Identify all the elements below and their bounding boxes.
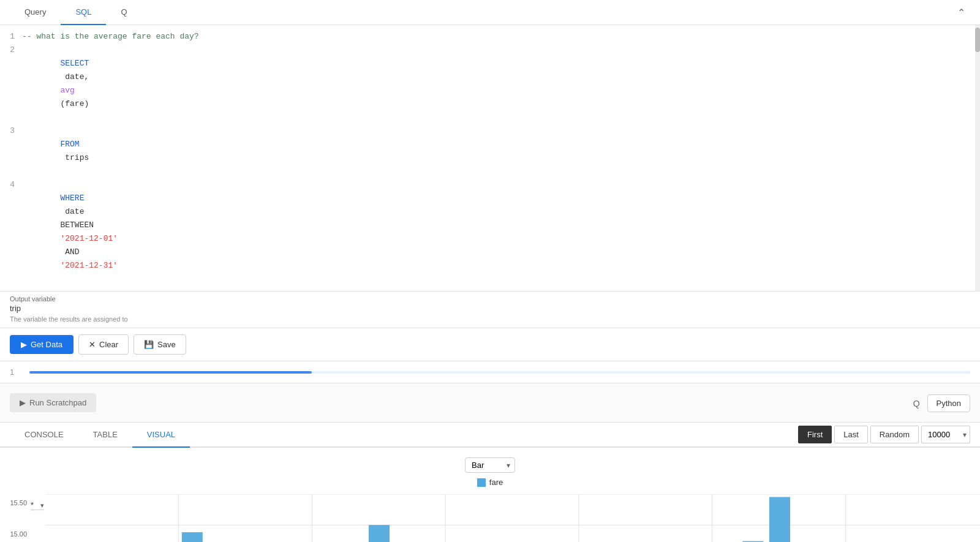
bottom-tab-bar: CONSOLE TABLE VISUAL First Last Random 1… xyxy=(0,423,980,448)
line-num-3: 3 xyxy=(0,124,22,138)
collapse-icon[interactable]: ⌃ xyxy=(952,2,970,23)
sql-line-4: 4 WHERE date BETWEEN '2021-12-01' AND '2… xyxy=(0,178,980,286)
output-var-label: Output variable xyxy=(10,295,970,303)
save-icon: 💾 xyxy=(144,340,154,349)
results-row: 1 xyxy=(0,361,980,383)
kw-str-2: '2021-12-31' xyxy=(60,261,118,270)
python-button[interactable]: Python xyxy=(927,394,970,412)
tab-query[interactable]: Query xyxy=(10,0,61,25)
y-star-select-wrapper: * xyxy=(31,500,44,510)
tab-visual[interactable]: VISUAL xyxy=(132,423,190,448)
chart-container: 15.50 15.00 14.50 14.00 13.50 13.00 * xyxy=(0,494,980,542)
toolbar: ▶ Get Data ✕ Clear 💾 Save xyxy=(0,328,980,361)
kw-where: WHERE xyxy=(60,194,84,203)
chart-area: Bar Line Scatter Pie fare 15.50 15.00 14… xyxy=(0,448,980,542)
sql-line-3: 3 FROM trips xyxy=(0,124,980,178)
line-num-2: 2 xyxy=(0,43,22,57)
play-icon-scratchpad: ▶ xyxy=(20,398,26,407)
pagination-controls: First Last Random 100 1000 10000 100000 xyxy=(798,426,970,443)
output-variable-section: Output variable The variable the results… xyxy=(0,292,980,328)
clear-label: Clear xyxy=(99,340,118,349)
tab-sql[interactable]: SQL xyxy=(61,0,106,25)
tab-table[interactable]: TABLE xyxy=(78,423,132,448)
sql-line-2: 2 SELECT date, avg (fare) xyxy=(0,43,980,124)
y-axis-labels: 15.50 15.00 14.50 14.00 13.50 13.00 xyxy=(0,499,31,542)
last-button[interactable]: Last xyxy=(834,426,868,443)
sql-line-1: 1 -- what is the average fare each day? xyxy=(0,30,980,43)
chart-controls: Bar Line Scatter Pie fare xyxy=(0,457,980,487)
kw-str-1: '2021-12-01' xyxy=(60,234,118,243)
y-star-wrapper: * xyxy=(31,494,44,542)
bar-chart-svg xyxy=(45,494,980,542)
kw-col-where: date xyxy=(60,207,89,216)
y-star-select[interactable]: * xyxy=(31,500,44,510)
play-icon: ▶ xyxy=(21,340,27,349)
run-scratchpad-button[interactable]: ▶ Run Scratchpad xyxy=(10,393,96,412)
kw-select: SELECT xyxy=(60,59,89,68)
kw-paren: (fare) xyxy=(60,99,89,108)
legend-color-swatch xyxy=(477,478,486,487)
kw-func-avg: avg xyxy=(60,86,74,95)
results-bar-fill xyxy=(29,371,312,374)
line-num-1: 1 xyxy=(0,30,22,43)
page-size-select[interactable]: 100 1000 10000 100000 xyxy=(921,426,970,443)
top-tab-bar: Query SQL Q ⌃ xyxy=(0,0,980,25)
bar-2021-12-28[interactable] xyxy=(769,497,790,542)
q-icon[interactable]: Q xyxy=(913,399,920,408)
get-data-label: Get Data xyxy=(31,340,62,349)
line-content-2: SELECT date, avg (fare) xyxy=(22,43,980,124)
kw-and: AND xyxy=(60,247,84,257)
x-icon: ✕ xyxy=(89,340,96,349)
clear-button[interactable]: ✕ Clear xyxy=(78,334,129,355)
kw-from: FROM xyxy=(60,140,79,149)
sql-lines: 1 -- what is the average fare each day? … xyxy=(0,25,980,291)
run-scratchpad-label: Run Scratchpad xyxy=(29,398,86,407)
get-data-button[interactable]: ▶ Get Data xyxy=(10,335,74,354)
kw-between: BETWEEN xyxy=(60,220,98,230)
results-row-num: 1 xyxy=(10,367,24,377)
chart-legend: fare xyxy=(477,478,503,487)
sql-editor[interactable]: 1 -- what is the average fare each day? … xyxy=(0,25,980,292)
kw-col-date: date, xyxy=(60,72,94,81)
bar-2021-12-06[interactable] xyxy=(182,532,203,542)
output-var-input[interactable] xyxy=(10,304,970,313)
bar-2021-12-13[interactable] xyxy=(369,525,390,542)
legend-label: fare xyxy=(489,478,503,487)
bar-chart-area xyxy=(45,494,980,542)
top-tabs-left: Query SQL Q xyxy=(10,0,142,24)
tab-console[interactable]: CONSOLE xyxy=(10,423,78,448)
y-label-2: 15.00 xyxy=(4,530,27,538)
sql-scrollbar-thumb xyxy=(975,28,980,52)
line-num-4: 4 xyxy=(0,178,22,192)
kw-table: trips xyxy=(60,153,89,162)
scratchpad-area: ▶ Run Scratchpad Q Python xyxy=(0,383,980,423)
page-size-wrapper: 100 1000 10000 100000 xyxy=(921,426,970,443)
first-button[interactable]: First xyxy=(798,426,832,443)
random-button[interactable]: Random xyxy=(870,426,919,443)
line-content-4: WHERE date BETWEEN '2021-12-01' AND '202… xyxy=(22,178,980,286)
bottom-tabs-left: CONSOLE TABLE VISUAL xyxy=(10,423,190,446)
tab-q[interactable]: Q xyxy=(106,0,141,25)
line-content-3: FROM trips xyxy=(22,124,980,178)
chart-type-select[interactable]: Bar Line Scatter Pie xyxy=(465,457,515,473)
output-var-hint: The variable the results are assigned to xyxy=(10,315,970,323)
chart-type-select-wrapper: Bar Line Scatter Pie xyxy=(465,457,515,473)
save-button[interactable]: 💾 Save xyxy=(134,334,186,355)
line-content-1: -- what is the average fare each day? xyxy=(22,30,980,43)
save-label: Save xyxy=(157,340,176,349)
sql-scrollbar[interactable] xyxy=(975,25,980,291)
results-bar xyxy=(29,371,970,374)
y-label-1: 15.50 xyxy=(4,499,27,506)
scratchpad-right: Q Python xyxy=(913,394,970,412)
